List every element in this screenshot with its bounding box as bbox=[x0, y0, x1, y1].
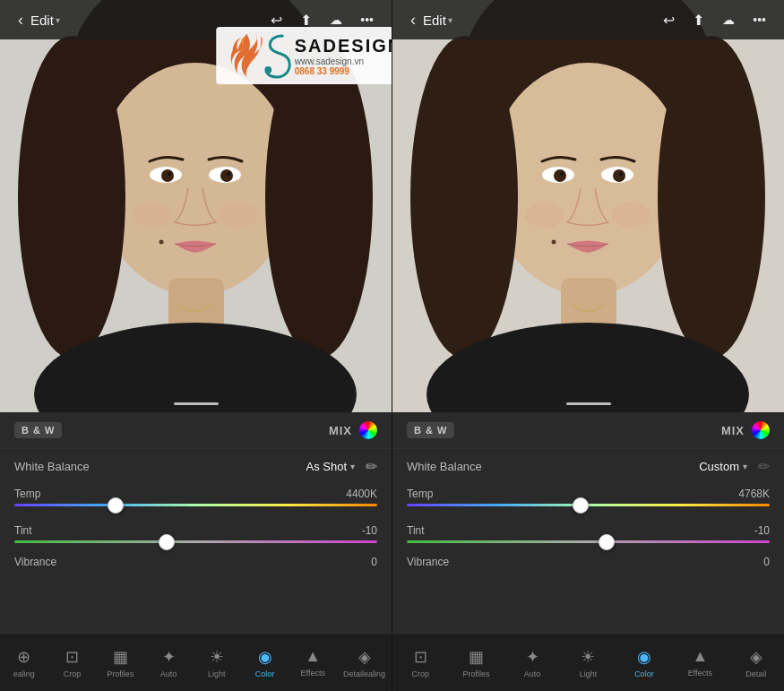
svg-point-3 bbox=[18, 36, 125, 358]
left-tint-value: -10 bbox=[362, 524, 377, 537]
left-wb-label: White Balance bbox=[14, 460, 306, 473]
svg-point-29 bbox=[619, 172, 623, 176]
right-mix-label: MIX bbox=[721, 424, 745, 437]
left-tool-crop[interactable]: ⊡ Crop bbox=[55, 647, 90, 678]
right-more-button[interactable]: ••• bbox=[745, 13, 773, 27]
right-undo-button[interactable]: ↩ bbox=[656, 12, 682, 29]
right-tint-value: -10 bbox=[754, 524, 770, 537]
svg-point-21 bbox=[658, 36, 765, 358]
left-tint-thumb[interactable] bbox=[159, 534, 175, 550]
svg-point-4 bbox=[265, 36, 373, 358]
right-panel: ‹ Edit ▾ ↩ ⬆ ☁ ••• bbox=[392, 0, 784, 691]
watermark-brand: SADESIGN bbox=[295, 36, 392, 56]
right-tool-profiles[interactable]: ▦ Profiles bbox=[459, 647, 495, 678]
right-temp-value: 4768K bbox=[738, 488, 770, 500]
left-eyedropper-icon[interactable]: ✏ bbox=[366, 458, 377, 475]
right-tool-effects[interactable]: ▲ Effects bbox=[682, 647, 718, 678]
left-color-wheel-icon[interactable] bbox=[359, 421, 377, 439]
right-wb-dropdown[interactable]: Custom ▾ bbox=[699, 460, 747, 473]
left-vibrance-row: Vibrance 0 bbox=[0, 548, 392, 572]
left-wb-chevron-icon: ▾ bbox=[350, 462, 355, 471]
right-temp-slider: Temp 4768K bbox=[392, 484, 784, 512]
left-share-button[interactable]: ⬆ bbox=[293, 12, 319, 29]
left-tool-auto[interactable]: ✦ Auto bbox=[151, 647, 186, 678]
left-photo-area: ‹ Edit ▾ ↩ ⬆ ☁ ••• bbox=[0, 0, 392, 412]
right-cloud-button[interactable]: ☁ bbox=[715, 13, 742, 27]
right-share-button[interactable]: ⬆ bbox=[685, 12, 711, 29]
right-tool-light[interactable]: ☀ Light bbox=[570, 647, 606, 678]
right-bw-badge: B & W bbox=[407, 422, 454, 438]
svg-point-19 bbox=[489, 63, 686, 296]
left-tool-effects[interactable]: ▲ Effects bbox=[295, 647, 331, 678]
right-vibrance-row: Vibrance 0 bbox=[392, 548, 784, 572]
right-tint-track[interactable] bbox=[407, 540, 770, 543]
svg-point-26 bbox=[554, 169, 566, 182]
svg-point-9 bbox=[161, 169, 174, 182]
left-tint-slider: Tint -10 bbox=[0, 521, 392, 548]
left-tint-track[interactable] bbox=[14, 540, 377, 543]
right-effects-label: Effects bbox=[688, 669, 712, 678]
left-back-button[interactable]: ‹ bbox=[11, 11, 30, 30]
left-controls: B & W MIX White Balance As Shot ▾ ✏ Temp… bbox=[0, 412, 392, 633]
right-photo-indicator bbox=[566, 402, 611, 405]
left-effects-icon: ▲ bbox=[305, 647, 321, 666]
left-tool-color[interactable]: ◉ Color bbox=[247, 647, 283, 678]
right-bottom-toolbar: ⊡ Crop ▦ Profiles ✦ Auto ☀ Light ◉ Color… bbox=[392, 633, 784, 691]
left-detail-label: Detailealing bbox=[343, 669, 385, 678]
watermark-url: www.sadesign.vn bbox=[295, 56, 392, 66]
right-temp-track[interactable] bbox=[407, 504, 770, 506]
right-eyedropper-icon[interactable]: ✏ bbox=[758, 458, 770, 475]
watermark-phone: 0868 33 9999 bbox=[295, 66, 392, 76]
right-back-button[interactable]: ‹ bbox=[403, 11, 423, 30]
left-mix-label: MIX bbox=[329, 424, 352, 437]
watermark: SADESIGN www.sadesign.vn 0868 33 9999 bbox=[216, 27, 392, 84]
right-tool-auto[interactable]: ✦ Auto bbox=[514, 647, 550, 678]
left-tool-light[interactable]: ☀ Light bbox=[199, 647, 235, 678]
right-profiles-label: Profiles bbox=[463, 669, 490, 678]
left-temp-label: Temp bbox=[14, 488, 40, 500]
right-tint-thumb[interactable] bbox=[599, 534, 615, 550]
left-crop-icon: ⊡ bbox=[65, 647, 79, 667]
left-temp-track[interactable] bbox=[14, 504, 377, 506]
left-tool-healing[interactable]: ⊕ ealing bbox=[6, 647, 42, 678]
svg-point-10 bbox=[220, 169, 233, 182]
right-tint-slider: Tint -10 bbox=[392, 521, 784, 548]
right-color-wheel-icon[interactable] bbox=[752, 421, 770, 439]
left-healing-icon: ⊕ bbox=[17, 647, 30, 667]
right-tool-detail[interactable]: ◈ Detail bbox=[738, 647, 774, 678]
right-auto-icon: ✦ bbox=[526, 647, 539, 667]
left-auto-label: Auto bbox=[160, 669, 177, 678]
left-temp-slider: Temp 4400K bbox=[0, 484, 392, 512]
right-temp-thumb[interactable] bbox=[573, 497, 589, 514]
left-more-button[interactable]: ••• bbox=[353, 13, 381, 27]
left-color-label: Color bbox=[255, 669, 275, 678]
left-edit-menu[interactable]: Edit ▾ bbox=[30, 13, 60, 28]
svg-point-15 bbox=[159, 240, 164, 245]
left-temp-thumb[interactable] bbox=[108, 497, 124, 514]
left-wb-dropdown[interactable]: As Shot ▾ bbox=[306, 460, 355, 473]
left-undo-button[interactable]: ↩ bbox=[263, 12, 289, 29]
svg-point-12 bbox=[227, 172, 230, 176]
right-auto-label: Auto bbox=[524, 669, 541, 678]
right-crop-icon: ⊡ bbox=[414, 647, 427, 667]
right-photo-area: ‹ Edit ▾ ↩ ⬆ ☁ ••• bbox=[392, 0, 784, 412]
sadesign-s-icon bbox=[264, 32, 291, 79]
left-bw-badge: B & W bbox=[14, 422, 62, 438]
right-color-icon: ◉ bbox=[637, 647, 651, 667]
right-tool-color[interactable]: ◉ Color bbox=[626, 647, 662, 678]
left-tool-profiles[interactable]: ▦ Profiles bbox=[102, 647, 138, 678]
right-tool-crop[interactable]: ⊡ Crop bbox=[402, 647, 438, 678]
left-effects-label: Effects bbox=[301, 669, 325, 678]
left-tool-detail[interactable]: ◈ Detailealing bbox=[343, 647, 385, 678]
right-controls: B & W MIX White Balance Custom ▾ ✏ Temp … bbox=[392, 412, 784, 633]
svg-point-2 bbox=[97, 63, 294, 296]
left-profiles-label: Profiles bbox=[107, 669, 134, 678]
svg-point-20 bbox=[410, 36, 518, 358]
left-cloud-button[interactable]: ☁ bbox=[323, 13, 349, 27]
right-wb-value: Custom bbox=[699, 460, 739, 473]
left-temp-value: 4400K bbox=[346, 488, 377, 500]
right-edit-menu[interactable]: Edit ▾ bbox=[423, 13, 452, 28]
svg-point-14 bbox=[219, 203, 258, 228]
left-bw-mix-row: B & W MIX bbox=[0, 412, 392, 449]
svg-point-11 bbox=[168, 172, 171, 176]
